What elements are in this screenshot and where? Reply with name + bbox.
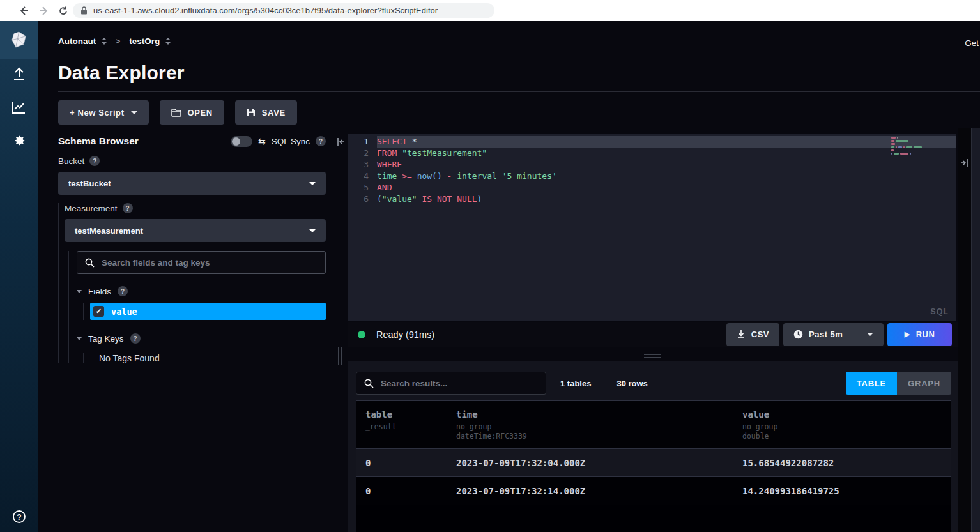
results-search-input[interactable]: Search results... [356, 372, 546, 395]
sql-sync-toggle[interactable] [231, 136, 252, 147]
svg-text:?: ? [17, 513, 21, 522]
measurement-help-icon[interactable]: ? [123, 203, 133, 213]
bucket-dropdown[interactable]: testBucket [58, 172, 326, 195]
column-header: timeno groupdateTime:RFC3339 [456, 409, 742, 441]
schema-browser-title: Schema Browser [58, 135, 139, 147]
left-nav: ? [0, 21, 38, 532]
line-number: 3 [348, 159, 369, 171]
left-splitter-handle[interactable] [338, 347, 342, 365]
fields-section-header[interactable]: Fields ? [77, 286, 326, 296]
table-cell: 14.240993186419725 [742, 486, 951, 496]
line-number: 1 [348, 136, 369, 148]
help-icon[interactable]: ? [0, 510, 38, 524]
browser-forward-button[interactable] [36, 3, 52, 19]
view-toggle: TABLE GRAPH [846, 372, 951, 395]
column-header: valueno groupdouble [742, 409, 951, 441]
tables-count: 1 tables [560, 379, 591, 388]
org-switcher-icon[interactable] [102, 38, 107, 45]
code-line[interactable]: 1SELECT * [348, 136, 956, 148]
collapse-caret-icon [77, 337, 82, 340]
run-query-button[interactable]: ▶ RUN [887, 323, 952, 346]
code-text: SELECT * [377, 136, 956, 148]
search-icon [85, 258, 95, 268]
suborg-switcher-icon[interactable] [165, 38, 171, 45]
collapsed-panel-strip[interactable] [972, 128, 980, 532]
code-text: ("value" IS NOT NULL) [377, 194, 956, 205]
search-icon [364, 379, 374, 388]
table-body: 02023-07-09T17:32:04.000Z15.685449220872… [356, 449, 951, 505]
open-script-button[interactable]: OPEN [160, 100, 224, 125]
tag-keys-help-icon[interactable]: ? [130, 333, 141, 344]
browser-reload-button[interactable] [55, 3, 72, 19]
time-range-dropdown[interactable]: Past 5m [783, 323, 884, 346]
editor-minimap[interactable] [891, 137, 922, 155]
horizontal-splitter-handle[interactable] [644, 354, 661, 358]
breadcrumb-org[interactable]: Autonaut [58, 36, 107, 46]
collapse-editor-left-icon[interactable] [337, 137, 345, 146]
csv-download-button[interactable]: CSV [726, 323, 779, 346]
tag-keys-section-header[interactable]: Tag Keys ? [77, 333, 326, 344]
address-bar[interactable]: us-east-1-1.aws.cloud2.influxdata.com/or… [73, 3, 494, 18]
title-divider [58, 91, 980, 92]
upload-icon[interactable] [0, 67, 38, 82]
sql-sync-help-icon[interactable]: ? [316, 136, 326, 146]
influxdb-logo[interactable] [0, 21, 38, 59]
sql-editor[interactable]: 1SELECT *2FROM "testMeasurement"3WHERE4t… [348, 134, 956, 321]
measurement-label: Measurement ? [65, 203, 326, 213]
tab-table[interactable]: TABLE [846, 372, 897, 395]
sql-sync-label: SQL Sync [272, 137, 310, 146]
url-text: us-east-1-1.aws.cloud2.influxdata.com/or… [93, 6, 438, 15]
code-line[interactable]: 2FROM "testMeasurement" [348, 148, 956, 159]
schema-browser-panel: Schema Browser ⇆ SQL Sync ? Bucket ? tes… [58, 135, 326, 363]
table-cell: 15.68544922087282 [742, 458, 951, 468]
measurement-dropdown[interactable]: testMeasurement [65, 219, 326, 242]
code-text: AND [377, 182, 956, 194]
tab-graph[interactable]: GRAPH [897, 372, 951, 395]
table-cell: 2023-07-09T17:32:04.000Z [456, 458, 742, 468]
checkbox-checked-icon[interactable]: ✓ [93, 306, 104, 317]
results-panel: Search results... 1 tables 30 rows TABLE… [348, 361, 958, 532]
chevron-down-icon [131, 111, 137, 114]
save-disk-icon [247, 108, 256, 117]
code-line[interactable]: 6("value" IS NOT NULL) [348, 194, 956, 205]
schema-search-input[interactable]: Search fields and tag keys [77, 251, 326, 274]
play-icon: ▶ [905, 330, 910, 338]
collapse-caret-icon [77, 290, 82, 293]
table-row[interactable]: 02023-07-09T17:32:14.000Z14.240993186419… [356, 477, 951, 505]
expand-panel-right-icon[interactable] [960, 158, 969, 167]
table-cell: 2023-07-09T17:32:14.000Z [456, 486, 742, 496]
breadcrumb-separator: > [116, 37, 120, 46]
column-header: table_result [365, 409, 456, 441]
field-item-value[interactable]: ✓ value [90, 303, 326, 320]
code-line[interactable]: 5AND [348, 182, 956, 194]
results-table: table_resulttimeno groupdateTime:RFC3339… [356, 400, 951, 532]
code-line[interactable]: 4time >= now() - interval '5 minutes' [348, 171, 956, 182]
save-script-button[interactable]: SAVE [235, 100, 297, 125]
download-icon [737, 330, 746, 339]
breadcrumb-suborg[interactable]: testOrg [129, 36, 171, 46]
settings-gear-icon[interactable] [0, 133, 38, 148]
script-toolbar: + New Script OPEN SAVE [58, 100, 297, 125]
influxdb-app: ? Autonaut > testOrg Get Data Explorer +… [0, 21, 980, 532]
lock-icon [80, 6, 88, 15]
get-link[interactable]: Get [965, 38, 979, 48]
breadcrumb: Autonaut > testOrg [58, 36, 171, 46]
table-cell: 0 [365, 458, 456, 468]
code-text: FROM "testMeasurement" [377, 148, 956, 159]
browser-back-button[interactable] [15, 3, 32, 19]
table-row[interactable]: 02023-07-09T17:32:04.000Z15.685449220872… [356, 449, 951, 477]
new-script-button[interactable]: + New Script [58, 100, 149, 125]
code-line[interactable]: 3WHERE [348, 159, 956, 171]
query-status-bar: Ready (91ms) CSV Past 5m ▶ RUN [348, 322, 958, 347]
code-text: WHERE [377, 159, 956, 171]
browser-chrome: us-east-1-1.aws.cloud2.influxdata.com/or… [0, 0, 980, 21]
bucket-help-icon[interactable]: ? [89, 156, 100, 166]
table-header: table_resulttimeno groupdateTime:RFC3339… [356, 401, 951, 449]
table-cell: 0 [365, 486, 456, 496]
data-explorer-graph-icon[interactable] [0, 100, 38, 114]
status-dot-icon [358, 331, 365, 338]
line-number: 5 [348, 182, 369, 194]
chevron-down-icon [867, 333, 873, 336]
fields-help-icon[interactable]: ? [118, 286, 128, 296]
clock-icon [793, 330, 803, 339]
